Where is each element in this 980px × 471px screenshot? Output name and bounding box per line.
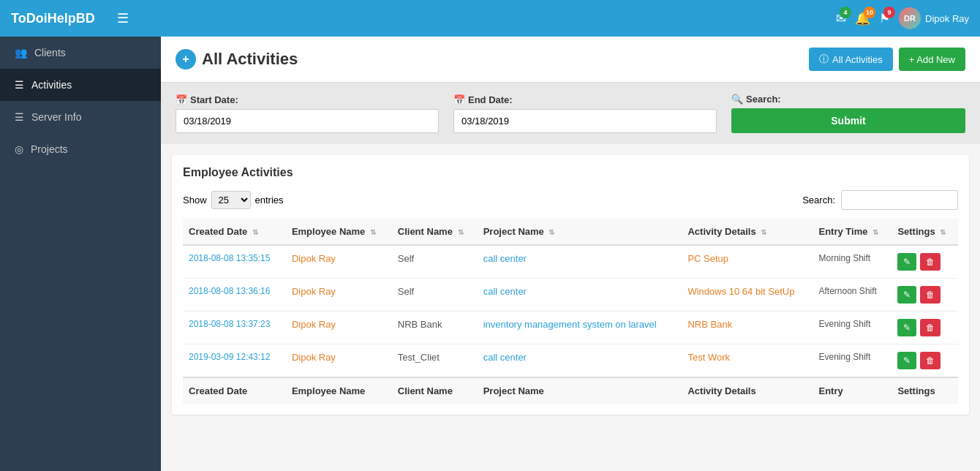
- footer-col-created: Created Date: [183, 377, 286, 404]
- table-row: 2018-08-08 13:35:15 Dipok Ray Self call …: [183, 245, 958, 279]
- start-date-input[interactable]: [176, 109, 439, 133]
- footer-col-project: Project Name: [478, 377, 682, 404]
- add-new-button[interactable]: + Add New: [899, 48, 965, 71]
- edit-button-0[interactable]: ✎: [897, 253, 916, 271]
- bell-badge: 10: [864, 7, 875, 18]
- layout: 👥 Clients ☰ Activities ☰ Server Info ◎ P…: [0, 37, 980, 471]
- all-activities-label: All Activities: [832, 54, 883, 65]
- entries-label: entries: [255, 195, 284, 206]
- avatar: DR: [899, 7, 921, 29]
- col-client-name[interactable]: Client Name ⇅: [392, 219, 478, 245]
- topnav-left: ToDoiHelpBD ☰: [11, 10, 129, 26]
- edit-button-1[interactable]: ✎: [897, 286, 916, 304]
- show-entries: Show 25 50 100 entries: [183, 191, 284, 209]
- add-circle-icon: +: [176, 49, 196, 69]
- cell-date-3: 2019-03-09 12:43:12: [183, 344, 286, 378]
- table-search-input[interactable]: [841, 190, 958, 210]
- cell-entry-0: Morning Shift: [813, 245, 892, 279]
- action-btns-2: ✎ 🗑: [897, 319, 952, 336]
- page-title: + All Activities: [176, 49, 298, 69]
- edit-button-2[interactable]: ✎: [897, 319, 916, 336]
- sidebar-label-activities: Activities: [31, 79, 72, 91]
- delete-button-2[interactable]: 🗑: [920, 319, 941, 336]
- col-employee-name[interactable]: Employee Name ⇅: [286, 219, 392, 245]
- activities-table: Created Date ⇅ Employee Name ⇅ Client Na…: [183, 219, 958, 404]
- cell-project-2: inventory management system on laravel: [478, 312, 682, 344]
- sidebar-item-clients[interactable]: 👥 Clients: [0, 37, 161, 69]
- user-name: Dipok Ray: [925, 13, 969, 24]
- all-activities-button[interactable]: ⓘ All Activities: [809, 48, 893, 71]
- edit-button-3[interactable]: ✎: [897, 352, 916, 369]
- hamburger-menu[interactable]: ☰: [117, 10, 129, 26]
- table-header-row: Created Date ⇅ Employee Name ⇅ Client Na…: [183, 219, 958, 245]
- topnav: ToDoiHelpBD ☰ ✉ 4 🔔 10 ⚑ 9 DR Dipok Ray: [0, 0, 980, 37]
- sort-icon-client: ⇅: [458, 228, 464, 236]
- cell-actions-0: ✎ 🗑: [892, 245, 958, 279]
- sidebar-item-serverinfo[interactable]: ☰ Server Info: [0, 101, 161, 133]
- sidebar-item-activities[interactable]: ☰ Activities: [0, 69, 161, 101]
- table-title: Employee Activities: [183, 166, 958, 179]
- cell-employee-3: Dipok Ray: [286, 344, 392, 378]
- cell-project-3: call center: [478, 344, 682, 378]
- end-date-input[interactable]: [453, 109, 717, 133]
- col-settings[interactable]: Settings ⇅: [892, 219, 958, 245]
- cell-actions-2: ✎ 🗑: [892, 312, 958, 344]
- table-row: 2019-03-09 12:43:12 Dipok Ray Test_Cliet…: [183, 344, 958, 378]
- cell-employee-2: Dipok Ray: [286, 312, 392, 344]
- cell-date-1: 2018-08-08 13:36:16: [183, 279, 286, 312]
- start-date-group: 📅 Start Date:: [176, 94, 439, 133]
- cell-actions-1: ✎ 🗑: [892, 279, 958, 312]
- col-activity-details[interactable]: Activity Details ⇅: [682, 219, 813, 245]
- clients-icon: 👥: [15, 47, 27, 59]
- info-icon: ⓘ: [819, 53, 829, 66]
- footer-col-activity: Activity Details: [682, 377, 813, 404]
- flag-icon-wrap[interactable]: ⚑ 9: [879, 11, 890, 26]
- cell-entry-1: Afternoon Shift: [813, 279, 892, 312]
- start-date-label: 📅 Start Date:: [176, 94, 439, 105]
- bell-icon-wrap[interactable]: 🔔 10: [855, 11, 870, 26]
- cell-employee-0: Dipok Ray: [286, 245, 392, 279]
- cell-date-0: 2018-08-08 13:35:15: [183, 245, 286, 279]
- footer-col-employee: Employee Name: [286, 377, 392, 404]
- mail-badge: 4: [840, 7, 851, 18]
- user-menu[interactable]: DR Dipok Ray: [899, 7, 969, 29]
- sidebar-label-projects: Projects: [31, 143, 68, 155]
- serverinfo-icon: ☰: [15, 111, 24, 123]
- activities-icon: ☰: [15, 79, 24, 91]
- entries-select[interactable]: 25 50 100: [211, 191, 251, 209]
- action-btns-0: ✎ 🗑: [897, 253, 952, 271]
- delete-button-0[interactable]: 🗑: [920, 253, 941, 271]
- sidebar: 👥 Clients ☰ Activities ☰ Server Info ◎ P…: [0, 37, 161, 471]
- table-row: 2018-08-08 13:36:16 Dipok Ray Self call …: [183, 279, 958, 312]
- cell-date-2: 2018-08-08 13:37:23: [183, 312, 286, 344]
- cell-employee-1: Dipok Ray: [286, 279, 392, 312]
- footer-col-client: Client Name: [392, 377, 478, 404]
- delete-button-3[interactable]: 🗑: [920, 352, 941, 369]
- table-section: Employee Activities Show 25 50 100 entri…: [172, 155, 969, 415]
- cell-client-2: NRB Bank: [392, 312, 478, 344]
- end-date-group: 📅 End Date:: [453, 94, 717, 133]
- cell-client-0: Self: [392, 245, 478, 279]
- footer-col-settings: Settings: [892, 377, 958, 404]
- brand-logo: ToDoiHelpBD: [11, 11, 95, 26]
- page-title-text: All Activities: [202, 50, 298, 69]
- calendar-icon-start: 📅: [176, 94, 187, 105]
- col-project-name[interactable]: Project Name ⇅: [478, 219, 682, 245]
- show-label: Show: [183, 195, 207, 206]
- sort-icon-date: ⇅: [252, 228, 258, 236]
- action-btns-3: ✎ 🗑: [897, 352, 952, 369]
- sidebar-item-projects[interactable]: ◎ Projects: [0, 133, 161, 165]
- calendar-icon-end: 📅: [453, 94, 465, 105]
- mail-icon-wrap[interactable]: ✉ 4: [836, 11, 846, 26]
- cell-project-0: call center: [478, 245, 682, 279]
- sort-icon-employee: ⇅: [370, 228, 376, 236]
- submit-button[interactable]: Submit: [731, 108, 965, 133]
- sort-icon-project: ⇅: [549, 228, 554, 236]
- cell-actions-3: ✎ 🗑: [892, 344, 958, 378]
- col-entry-time[interactable]: Entry Time ⇅: [813, 219, 892, 245]
- cell-project-1: call center: [478, 279, 682, 312]
- delete-button-1[interactable]: 🗑: [920, 286, 941, 304]
- search-icon-label: 🔍: [731, 94, 743, 105]
- col-created-date[interactable]: Created Date ⇅: [183, 219, 286, 245]
- sidebar-label-clients: Clients: [34, 47, 66, 59]
